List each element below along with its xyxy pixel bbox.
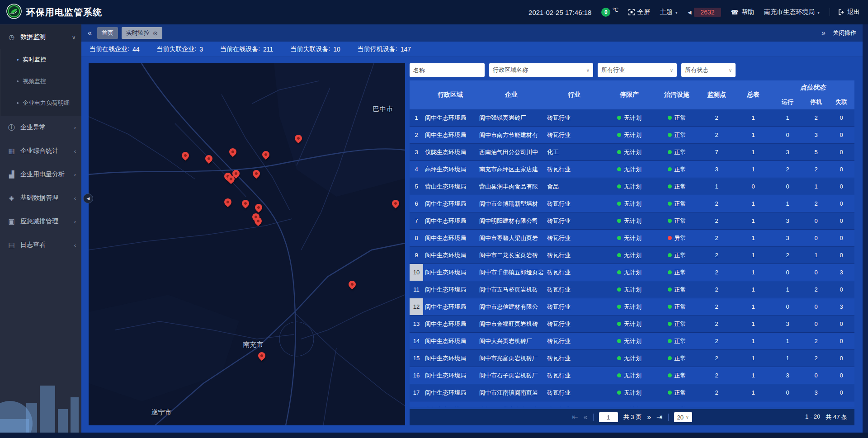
page-size-select[interactable]: 20 ∨: [674, 412, 692, 422]
table-row[interactable]: 10阆中生态环境局阆中市千佛镇五郎垭页岩砖瓦行业无计划正常21003: [410, 264, 854, 281]
table-row[interactable]: 11阆中生态环境局阆中市五马桥页岩机砖砖瓦行业无计划正常21120: [410, 281, 854, 298]
cell-company: 阆中大兴页岩机砖厂: [477, 333, 545, 349]
org-dropdown[interactable]: 南充市生态环境局 ▾: [764, 8, 820, 16]
help-button[interactable]: ☎ 帮助: [731, 8, 754, 16]
vertical-scrollbar[interactable]: [863, 24, 868, 433]
status-dot-icon: [617, 116, 621, 120]
alert-indicator[interactable]: ◀ 2632: [688, 8, 721, 17]
page-number-input[interactable]: [599, 412, 618, 422]
sidebar-item-video-monitor[interactable]: 视频监控: [0, 71, 81, 92]
col-monitor: 监测点: [698, 80, 735, 109]
map-pin[interactable]: [261, 150, 271, 160]
cell-limit: 无计划: [603, 247, 656, 264]
tab-home[interactable]: 首页: [97, 27, 118, 39]
cell-stop: 3: [804, 127, 828, 143]
cell-index: 11: [410, 281, 423, 298]
tab-close-icon[interactable]: ⊗: [153, 30, 158, 37]
close-operations-button[interactable]: 关闭操作: [833, 29, 856, 37]
next-page-button[interactable]: »: [647, 414, 651, 421]
cell-lost: 0: [828, 367, 854, 384]
sidebar-item-emergency-reduction[interactable]: ▣应急减排管理‹: [0, 210, 81, 233]
skyline-building: [40, 386, 55, 433]
map-pin[interactable]: [228, 147, 238, 157]
status-text: 正常: [675, 268, 686, 277]
first-page-button[interactable]: ⇤: [572, 414, 578, 421]
temperature-unit: ℃: [612, 7, 618, 13]
table-row[interactable]: 8阆中生态环境局阆中市枣碧大梁山页岩砖瓦行业无计划异常21300: [410, 230, 854, 247]
cell-region: 阆中生态环境局: [423, 281, 477, 298]
table-row[interactable]: 5营山生态环境局营山县润丰肉食品有限食品无计划正常10010: [410, 178, 854, 195]
map-pin[interactable]: [180, 151, 190, 161]
fullscreen-label: 全屏: [637, 8, 650, 16]
fullscreen-button[interactable]: 全屏: [628, 8, 650, 16]
map-pin[interactable]: [204, 153, 214, 164]
horizontal-scrollbar[interactable]: [0, 433, 868, 438]
table-row[interactable]: 4高坪生态环境局南充市高坪区王家店建砖瓦行业无计划正常31220: [410, 161, 854, 178]
sidebar-item-enterprise-stats[interactable]: ▦企业综合统计‹: [0, 139, 81, 163]
filter-bar: 行政区域名称 ∨ 所有行业 ∨ 所有状态 ∨: [410, 63, 854, 77]
cell-run: 3: [771, 367, 804, 384]
theme-dropdown[interactable]: 主题 ▾: [660, 8, 678, 16]
status-text: 无计划: [624, 251, 642, 259]
industry-filter-select[interactable]: 所有行业 ∨: [598, 63, 677, 77]
table-row[interactable]: 14阆中生态环境局阆中大兴页岩机砖厂砖瓦行业无计划正常21120: [410, 333, 854, 350]
sidebar-item-base-data[interactable]: ◈基础数据管理‹: [0, 186, 81, 210]
phone-icon: ☎: [731, 9, 739, 16]
map-pin[interactable]: [293, 133, 304, 143]
table-row[interactable]: 17阆中生态环境局阆中市江南镇阆南页岩砖瓦行业无计划正常21030: [410, 384, 854, 401]
status-filter-select[interactable]: 所有状态 ∨: [681, 63, 736, 77]
region-filter-select[interactable]: 行政区域名称 ∨: [489, 63, 593, 77]
cell-index: 2: [410, 127, 423, 143]
sidebar-item-realtime-monitor[interactable]: 实时监控: [0, 49, 81, 71]
table-row[interactable]: 16阆中生态环境局阆中市石子页岩机砖厂砖瓦行业无计划正常21300: [410, 367, 854, 384]
table-row[interactable]: 13阆中生态环境局阆中市金福旺页岩机砖砖瓦行业无计划正常21300: [410, 316, 854, 333]
cell-monitor: 2: [698, 264, 735, 281]
status-dot-icon: [668, 391, 672, 395]
status-text: 正常: [675, 165, 686, 174]
table-row[interactable]: 18南部生态环境局南部县双佛土陶有限公砖瓦行业无计划正常21030: [410, 401, 854, 407]
cell-lost: 0: [828, 178, 854, 195]
map-pin[interactable]: [223, 197, 233, 207]
cell-total: 1: [735, 144, 771, 160]
map-pin[interactable]: [347, 279, 358, 289]
cell-limit: 无计划: [603, 230, 656, 246]
chevron-down-icon: ∨: [583, 68, 590, 73]
table-row[interactable]: 15阆中生态环境局阆中市光富页岩机砖厂砖瓦行业无计划正常21120: [410, 350, 854, 367]
sidebar-item-label: 数据监测: [20, 33, 46, 41]
scroll-tabs-left-button[interactable]: «: [86, 29, 94, 37]
cell-industry: 砖瓦行业: [545, 316, 603, 332]
sidebar-item-log-view[interactable]: ▤日志查看‹: [0, 233, 81, 257]
sidebar-item-power-load-detail[interactable]: 企业电力负荷明细: [0, 92, 81, 114]
map-pin[interactable]: [241, 198, 251, 209]
table-row[interactable]: 6阆中生态环境局阆中市金博瑞新型墙材砖瓦行业无计划正常21120: [410, 195, 854, 212]
logout-icon: [838, 9, 844, 15]
tab-realtime[interactable]: 实时监控⊗: [122, 27, 162, 39]
sidebar-item-power-analysis[interactable]: ▟企业用电量分析‹: [0, 163, 81, 186]
last-page-button[interactable]: ⇥: [656, 414, 662, 421]
status-dot-icon: [617, 150, 621, 154]
cell-company: 阆中市五马桥页岩机砖: [477, 281, 545, 298]
table-row[interactable]: 12阆中生态环境局阆中市忠信建材有限公砖瓦行业无计划正常21003: [410, 298, 854, 316]
scroll-tabs-right-button[interactable]: »: [820, 29, 827, 37]
cell-region: 阆中生态环境局: [423, 230, 477, 246]
map-panel[interactable]: 巴中市南充市遂宁市 ◀: [89, 63, 405, 425]
table-row[interactable]: 9阆中生态环境局阆中市二龙长宝页岩砖砖瓦行业无计划正常21210: [410, 247, 854, 264]
map-pin[interactable]: [391, 198, 401, 209]
logout-button[interactable]: 退出: [830, 8, 860, 16]
map-pin[interactable]: [257, 351, 267, 361]
cell-total: 1: [735, 367, 771, 384]
table-row[interactable]: 2阆中生态环境局阆中市南方节能建材有砖瓦行业无计划正常21030: [410, 127, 854, 144]
prev-page-button[interactable]: «: [584, 414, 588, 421]
sidebar-item-data-monitor[interactable]: ◷数据监测∨: [0, 25, 81, 49]
table-row[interactable]: 1阆中生态环境局阆中强锐页岩砖厂砖瓦行业无计划正常21120: [410, 109, 854, 127]
name-filter-input[interactable]: [410, 63, 485, 77]
cell-run: 1: [771, 281, 804, 298]
map-pin[interactable]: [254, 202, 264, 212]
cell-total: 1: [735, 298, 771, 315]
table-row[interactable]: 3仪陇生态环境局西南油气田分公司川中化工无计划正常71350: [410, 144, 854, 161]
table-row[interactable]: 7阆中生态环境局阆中明阳建材有限公司砖瓦行业无计划正常21300: [410, 212, 854, 230]
sidebar-item-enterprise-abnormal[interactable]: ⓘ企业异常‹: [0, 116, 81, 139]
map-pin[interactable]: [251, 169, 262, 179]
status-dot-icon: [668, 167, 672, 171]
cell-region: 阆中生态环境局: [423, 247, 477, 264]
